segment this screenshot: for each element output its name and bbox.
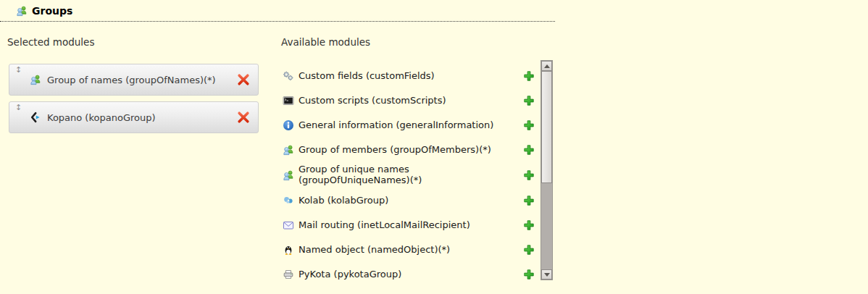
groups-section-header: Groups (0, 0, 555, 22)
add-module-button[interactable] (523, 70, 535, 82)
module-selection-page: Groups Selected modules Available module… (0, 0, 868, 294)
scrollbar[interactable] (541, 60, 553, 280)
available-module-row: General information (generalInformation) (283, 113, 554, 138)
groups-icon (30, 74, 41, 85)
available-module-row: PyKota (pykotaGroup) (283, 262, 554, 287)
groups-icon (283, 169, 294, 181)
available-module-row: Group of unique names (groupOfUniqueName… (283, 162, 554, 188)
kolab-icon (283, 195, 294, 206)
selected-module-group-of-names[interactable]: ↕ Group of names (groupOfNames)(*) (9, 64, 259, 96)
available-module-row: Mail routing (inetLocalMailRecipient) (283, 213, 554, 238)
available-module-label: Named object (namedObject)(*) (299, 245, 523, 256)
add-module-button[interactable] (523, 144, 535, 156)
available-module-row: Kolab (kolabGroup) (283, 188, 554, 213)
available-module-row: Group of members (groupOfMembers)(*) (283, 138, 554, 162)
available-module-label: Kolab (kolabGroup) (299, 196, 523, 206)
up-down-arrow-icon[interactable]: ↕ (15, 104, 22, 112)
gears-icon (283, 70, 294, 82)
tux-icon (283, 244, 294, 256)
scroll-down-icon[interactable] (541, 269, 552, 280)
add-module-button[interactable] (523, 219, 535, 231)
groups-icon (283, 144, 294, 156)
up-down-arrow-icon[interactable]: ↕ (15, 66, 22, 74)
terminal-icon (283, 95, 294, 106)
available-module-row: Named object (namedObject)(*) (283, 238, 554, 262)
selected-modules-label: Selected modules (7, 36, 94, 48)
selected-module-kopano[interactable]: ↕ Kopano (kopanoGroup) (9, 101, 259, 133)
add-module-button[interactable] (523, 95, 535, 106)
add-module-button[interactable] (523, 119, 535, 131)
mail-icon (283, 219, 294, 231)
available-module-label: Mail routing (inetLocalMailRecipient) (299, 220, 523, 231)
available-module-label: Group of unique names (groupOfUniqueName… (299, 164, 523, 185)
add-module-button[interactable] (523, 244, 535, 256)
available-module-label: Custom fields (customFields) (299, 71, 523, 82)
groups-icon (16, 5, 28, 17)
add-module-button[interactable] (523, 269, 535, 280)
kopano-icon (30, 112, 41, 123)
available-module-label: Custom scripts (customScripts) (299, 96, 523, 106)
scroll-up-icon[interactable] (541, 61, 552, 71)
printer-icon (283, 269, 294, 280)
available-module-row: Custom scripts (customScripts) (283, 88, 554, 113)
page-title: Groups (32, 5, 72, 17)
available-module-label: General information (generalInformation) (299, 120, 523, 131)
add-module-button[interactable] (523, 169, 535, 181)
available-module-label: PyKota (pykotaGroup) (299, 269, 523, 280)
info-icon (283, 119, 294, 131)
available-modules-label: Available modules (281, 36, 370, 48)
scrollbar-thumb[interactable] (541, 71, 552, 183)
selected-module-label: Group of names (groupOfNames)(*) (47, 75, 216, 85)
available-module-label: Group of members (groupOfMembers)(*) (299, 145, 523, 156)
remove-module-button[interactable] (237, 73, 250, 86)
available-module-row: Custom fields (customFields) (283, 64, 554, 88)
available-modules-list: Custom fields (customFields) (281, 60, 554, 283)
remove-module-button[interactable] (237, 111, 250, 124)
selected-module-label: Kopano (kopanoGroup) (47, 112, 156, 123)
add-module-button[interactable] (523, 195, 535, 206)
